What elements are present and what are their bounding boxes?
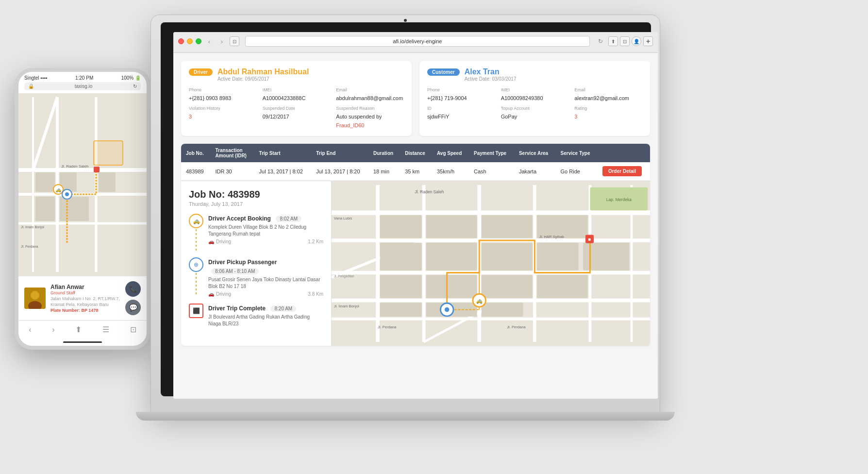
cell-payment: Cash — [469, 162, 514, 181]
customer-imei-field: IMEI A1000098249380 — [501, 87, 569, 102]
col-service-area: Service Area — [514, 144, 556, 162]
browser: ‹ › ⊡ afi.io/delivery-engine ↻ ⬆ ⊡ — [173, 32, 658, 399]
browser-back-button[interactable]: ‹ — [204, 36, 214, 46]
driver-name: Afian Anwar — [50, 284, 120, 290]
phone-nav-back[interactable]: ‹ — [25, 324, 35, 336]
event-accept-content: Driver Accept Booking 8:02 AM Komplek Du… — [208, 214, 323, 251]
customer-phone-label: Phone — [427, 87, 495, 92]
browser-forward-button[interactable]: › — [217, 36, 227, 46]
profile-cards: Driver Abdul Rahman Hasilbual Active Dat… — [181, 61, 650, 136]
driver-imei-label: IMEI — [263, 87, 331, 92]
copy-button[interactable]: ⊡ — [620, 36, 630, 46]
svg-text:🚕: 🚕 — [55, 186, 62, 193]
svg-point-67 — [445, 307, 450, 312]
minimize-window-button[interactable] — [187, 38, 193, 44]
browser-refresh-button[interactable]: ↻ — [596, 36, 605, 46]
call-icon: 📞 — [129, 285, 137, 293]
phone-refresh-icon[interactable]: ↻ — [133, 84, 137, 89]
job-number: Job No: 483989 — [189, 189, 323, 200]
address-bar[interactable]: afi.io/delivery-engine — [245, 36, 590, 47]
cell-action: Order Detail — [598, 162, 650, 181]
cell-duration: 18 min — [368, 162, 400, 181]
laptop-body: ‹ › ⊡ afi.io/delivery-engine ↻ ⬆ ⊡ — [150, 15, 660, 413]
driver-info: Afian Anwar Ground Staff Jalan Mahakam I… — [50, 284, 120, 312]
customer-name-heading: Alex Tran — [465, 68, 517, 76]
account-button[interactable]: 👤 — [632, 36, 641, 46]
svg-text:Jl. Perdana: Jl. Perdana — [378, 325, 397, 329]
phone-nav-tabs[interactable]: ⊡ — [126, 323, 140, 336]
driver-avatar — [24, 288, 46, 309]
driver-violation-field: Violation History 3 — [189, 106, 257, 129]
fraud-id-link[interactable]: Fraud_ID60 — [336, 122, 364, 128]
cell-service-type: Go Ride — [556, 162, 598, 181]
customer-topup-label: Topup Account — [501, 106, 569, 111]
svg-rect-49 — [426, 275, 477, 298]
col-job-no: Job No. — [181, 144, 211, 162]
trip-event-accept: 🚕 Driver Accept Booking 8:02 AM — [189, 214, 323, 251]
customer-imei-value: A1000098249380 — [501, 95, 543, 101]
event-icon-complete: ⬛ — [189, 304, 203, 318]
driver-violation-value: 3 — [189, 114, 192, 119]
cell-trip-end: Jul 13, 2017 | 8:20 — [311, 162, 368, 181]
close-window-button[interactable] — [178, 38, 184, 44]
trip-event-complete: ⬛ Driver Trip Complete 8:20 AM Jl Boulev… — [189, 304, 323, 329]
svg-text:Jl. Perdana: Jl. Perdana — [21, 245, 38, 248]
driver-email-field: Email abdulrahman88@gmail.com — [336, 87, 404, 102]
event-complete-time: 8:20 AM — [270, 305, 296, 312]
event-accept-driving: 🚗 Driving 1.2 Km — [208, 239, 323, 244]
svg-text:🚕: 🚕 — [476, 297, 483, 304]
svg-text:Jl. Perdana: Jl. Perdana — [507, 325, 526, 329]
cell-job-no: 483989 — [181, 162, 211, 181]
carrier-signal: Singtel ▪▪▪▪ — [24, 75, 48, 81]
svg-text:Jl. Imam Bonjol: Jl. Imam Bonjol — [334, 304, 359, 308]
svg-text:Jl. Raden Saleh: Jl. Raden Saleh — [61, 164, 88, 169]
message-button[interactable]: 💬 — [125, 300, 141, 315]
order-detail-button[interactable]: Order Detail — [602, 166, 642, 176]
svg-rect-11 — [35, 197, 55, 221]
driver-phone-label: Phone — [189, 87, 257, 92]
svg-rect-46 — [537, 243, 579, 271]
share-button[interactable]: ⬆ — [608, 36, 618, 46]
svg-rect-52 — [380, 303, 422, 317]
svg-text:Vana Lubis: Vana Lubis — [334, 216, 352, 220]
driver-active-date: Active Date: 09/05/2017 — [217, 76, 309, 82]
svg-point-20 — [65, 192, 69, 196]
cell-distance: 35 km — [400, 162, 432, 181]
trip-details: Job No: 483989 Thurday, July 13, 2017 🚕 — [181, 181, 332, 346]
svg-rect-8 — [35, 172, 55, 192]
col-trip-start: Trip Start — [254, 144, 312, 162]
customer-id-field: ID sjdwFFiY — [427, 106, 495, 120]
svg-rect-51 — [537, 275, 588, 298]
customer-phone-value: +{281} 719-9004 — [427, 95, 467, 101]
phone-nav-book[interactable]: ☰ — [99, 323, 113, 336]
driver-fields: Phone +{281} 0903 8983 IMEI A10000423388… — [189, 87, 404, 129]
trip-event-pickup: ⊕ Driver Pickup Passenger 8:06 AM - 8:10… — [189, 257, 323, 297]
svg-point-23 — [31, 291, 39, 300]
phone-url-bar[interactable]: 🔒 taxisg.io ↻ — [24, 82, 141, 90]
driver-name-heading: Abdul Rahman Hasilbual — [217, 68, 309, 76]
event-complete-title: Driver Trip Complete — [208, 305, 266, 312]
driver-card-header: Driver Abdul Rahman Hasilbual Active Dat… — [189, 68, 404, 82]
laptop-camera — [404, 19, 407, 22]
driver-email-label: Email — [336, 87, 404, 92]
add-tab-button[interactable]: + — [643, 36, 653, 46]
customer-email-value: alextran92@gmail.com — [574, 95, 629, 101]
driver-address: Jalan Mahakam I No. 2, RT.1/RW.7, Kramat… — [50, 296, 120, 307]
svg-rect-54 — [482, 303, 523, 317]
browser-window-button[interactable]: ⊡ — [230, 36, 239, 46]
customer-id-label: ID — [427, 106, 495, 111]
browser-controls: ‹ › ⊡ afi.io/delivery-engine ↻ ⬆ ⊡ — [178, 36, 653, 47]
maximize-window-button[interactable] — [196, 38, 201, 44]
phone-nav-forward[interactable]: › — [48, 324, 58, 336]
svg-rect-40 — [426, 215, 477, 238]
driver-imei-field: IMEI A100004233888C — [263, 87, 331, 102]
call-button[interactable]: 📞 — [125, 281, 141, 297]
cell-service-area: Jakarta — [514, 162, 556, 181]
driver-suspended-date-field: Suspended Date 09/12/2017 — [263, 106, 331, 129]
svg-text:Jl. Imam Bonjol: Jl. Imam Bonjol — [21, 225, 44, 229]
driver-suspended-reason-label: Suspended Reason — [336, 106, 404, 111]
svg-text:Jl. Pengadilan: Jl. Pengadilan — [334, 274, 354, 278]
cell-trip-start: Jul 13, 2017 | 8:02 — [254, 162, 312, 181]
battery-indicator: 100% 🔋 — [121, 75, 141, 81]
phone-nav-share[interactable]: ⬆ — [71, 323, 85, 336]
